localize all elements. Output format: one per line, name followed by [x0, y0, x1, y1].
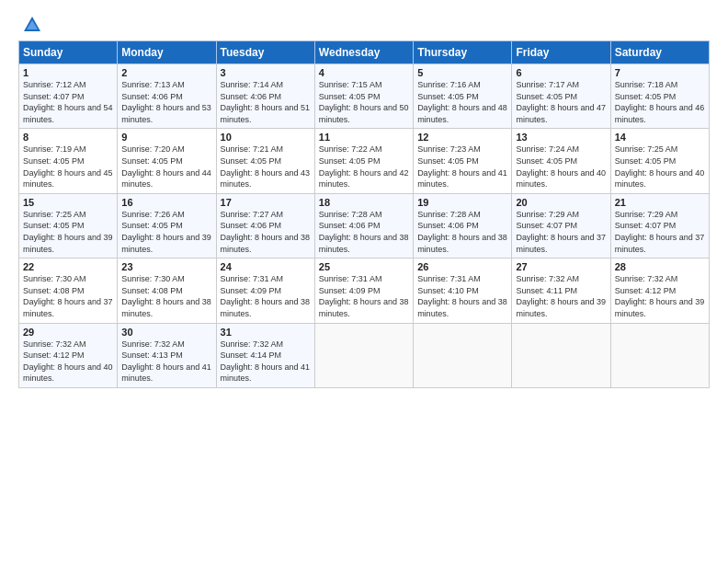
- calendar-cell: 26 Sunrise: 7:31 AMSunset: 4:10 PMDaylig…: [414, 259, 512, 323]
- calendar-cell: 24 Sunrise: 7:31 AMSunset: 4:09 PMDaylig…: [216, 259, 314, 323]
- calendar-cell: 4 Sunrise: 7:15 AMSunset: 4:05 PMDayligh…: [314, 64, 413, 129]
- day-number: 22: [23, 261, 113, 272]
- calendar-header-thursday: Thursday: [414, 41, 512, 64]
- header: [18, 15, 710, 31]
- day-number: 12: [417, 132, 507, 143]
- calendar-header-friday: Friday: [512, 41, 610, 64]
- day-detail: Sunrise: 7:29 AMSunset: 4:07 PMDaylight:…: [516, 210, 606, 254]
- day-number: 31: [221, 327, 311, 338]
- day-detail: Sunrise: 7:25 AMSunset: 4:05 PMDaylight:…: [615, 144, 705, 189]
- calendar-header-monday: Monday: [118, 41, 216, 64]
- day-number: 16: [121, 197, 211, 208]
- day-number: 1: [23, 67, 113, 78]
- calendar-cell: 3 Sunrise: 7:14 AMSunset: 4:06 PMDayligh…: [216, 64, 314, 129]
- day-number: 18: [319, 197, 409, 208]
- day-number: 2: [121, 67, 211, 78]
- page: SundayMondayTuesdayWednesdayThursdayFrid…: [0, 0, 728, 563]
- calendar-table: SundayMondayTuesdayWednesdayThursdayFrid…: [18, 40, 710, 388]
- day-detail: Sunrise: 7:28 AMSunset: 4:06 PMDaylight:…: [319, 210, 409, 254]
- calendar-cell: 17 Sunrise: 7:27 AMSunset: 4:06 PMDaylig…: [216, 193, 314, 258]
- calendar-header-wednesday: Wednesday: [314, 41, 413, 64]
- day-detail: Sunrise: 7:16 AMSunset: 4:05 PMDaylight:…: [417, 80, 507, 124]
- day-number: 7: [615, 67, 705, 78]
- day-detail: Sunrise: 7:28 AMSunset: 4:06 PMDaylight:…: [417, 210, 507, 254]
- day-number: 8: [23, 132, 113, 143]
- day-number: 9: [121, 132, 211, 143]
- day-detail: Sunrise: 7:27 AMSunset: 4:06 PMDaylight:…: [221, 210, 311, 254]
- calendar-cell: 2 Sunrise: 7:13 AMSunset: 4:06 PMDayligh…: [118, 64, 216, 129]
- calendar-cell: 11 Sunrise: 7:22 AMSunset: 4:05 PMDaylig…: [314, 129, 413, 193]
- calendar-cell: 16 Sunrise: 7:26 AMSunset: 4:05 PMDaylig…: [118, 193, 216, 258]
- calendar-header-tuesday: Tuesday: [216, 41, 314, 64]
- day-number: 28: [615, 261, 705, 272]
- day-detail: Sunrise: 7:23 AMSunset: 4:05 PMDaylight:…: [417, 144, 507, 189]
- day-number: 26: [417, 261, 507, 272]
- calendar-week-1: 1 Sunrise: 7:12 AMSunset: 4:07 PMDayligh…: [19, 64, 710, 129]
- calendar-header-saturday: Saturday: [610, 41, 709, 64]
- logo-text: [18, 15, 42, 35]
- calendar-header-row: SundayMondayTuesdayWednesdayThursdayFrid…: [19, 41, 710, 64]
- day-detail: Sunrise: 7:19 AMSunset: 4:05 PMDaylight:…: [23, 144, 113, 189]
- calendar-cell: 25 Sunrise: 7:31 AMSunset: 4:09 PMDaylig…: [314, 259, 413, 323]
- calendar-cell: 10 Sunrise: 7:21 AMSunset: 4:05 PMDaylig…: [216, 129, 314, 193]
- day-detail: Sunrise: 7:31 AMSunset: 4:09 PMDaylight:…: [319, 274, 409, 318]
- day-detail: Sunrise: 7:21 AMSunset: 4:05 PMDaylight:…: [221, 144, 311, 189]
- calendar-cell: 5 Sunrise: 7:16 AMSunset: 4:05 PMDayligh…: [414, 64, 512, 129]
- day-detail: Sunrise: 7:15 AMSunset: 4:05 PMDaylight:…: [319, 80, 409, 124]
- day-detail: Sunrise: 7:25 AMSunset: 4:05 PMDaylight:…: [23, 210, 113, 254]
- calendar-cell: 19 Sunrise: 7:28 AMSunset: 4:06 PMDaylig…: [414, 193, 512, 258]
- day-number: 5: [417, 67, 507, 78]
- day-detail: Sunrise: 7:20 AMSunset: 4:05 PMDaylight:…: [121, 144, 211, 189]
- day-number: 13: [516, 132, 606, 143]
- day-detail: Sunrise: 7:13 AMSunset: 4:06 PMDaylight:…: [121, 80, 211, 124]
- day-number: 24: [221, 261, 311, 272]
- day-number: 23: [121, 261, 211, 272]
- calendar-cell: 30 Sunrise: 7:32 AMSunset: 4:13 PMDaylig…: [118, 323, 216, 387]
- day-detail: Sunrise: 7:32 AMSunset: 4:14 PMDaylight:…: [221, 339, 311, 384]
- logo-icon: [22, 15, 42, 35]
- calendar-week-5: 29 Sunrise: 7:32 AMSunset: 4:12 PMDaylig…: [19, 323, 710, 387]
- day-number: 17: [221, 197, 311, 208]
- day-number: 25: [319, 261, 409, 272]
- calendar-header-sunday: Sunday: [19, 41, 118, 64]
- calendar-cell: 6 Sunrise: 7:17 AMSunset: 4:05 PMDayligh…: [512, 64, 610, 129]
- calendar-cell: 22 Sunrise: 7:30 AMSunset: 4:08 PMDaylig…: [19, 259, 118, 323]
- day-number: 10: [221, 132, 311, 143]
- calendar-cell: 23 Sunrise: 7:30 AMSunset: 4:08 PMDaylig…: [118, 259, 216, 323]
- day-number: 11: [319, 132, 409, 143]
- calendar-cell: 1 Sunrise: 7:12 AMSunset: 4:07 PMDayligh…: [19, 64, 118, 129]
- calendar-cell: 9 Sunrise: 7:20 AMSunset: 4:05 PMDayligh…: [118, 129, 216, 193]
- calendar-cell: 8 Sunrise: 7:19 AMSunset: 4:05 PMDayligh…: [19, 129, 118, 193]
- day-number: 14: [615, 132, 705, 143]
- day-number: 27: [516, 261, 606, 272]
- day-detail: Sunrise: 7:32 AMSunset: 4:12 PMDaylight:…: [23, 339, 113, 384]
- day-detail: Sunrise: 7:32 AMSunset: 4:13 PMDaylight:…: [121, 339, 211, 384]
- day-detail: Sunrise: 7:14 AMSunset: 4:06 PMDaylight:…: [221, 80, 311, 124]
- calendar-cell: 18 Sunrise: 7:28 AMSunset: 4:06 PMDaylig…: [314, 193, 413, 258]
- calendar-cell: [314, 323, 413, 387]
- day-detail: Sunrise: 7:29 AMSunset: 4:07 PMDaylight:…: [615, 210, 705, 254]
- day-detail: Sunrise: 7:12 AMSunset: 4:07 PMDaylight:…: [23, 80, 113, 124]
- day-number: 15: [23, 197, 113, 208]
- calendar-cell: [512, 323, 610, 387]
- day-number: 6: [516, 67, 606, 78]
- day-number: 19: [417, 197, 507, 208]
- calendar-cell: [414, 323, 512, 387]
- day-number: 4: [319, 67, 409, 78]
- calendar-cell: 15 Sunrise: 7:25 AMSunset: 4:05 PMDaylig…: [19, 193, 118, 258]
- calendar-cell: 20 Sunrise: 7:29 AMSunset: 4:07 PMDaylig…: [512, 193, 610, 258]
- day-number: 21: [615, 197, 705, 208]
- calendar-cell: 31 Sunrise: 7:32 AMSunset: 4:14 PMDaylig…: [216, 323, 314, 387]
- day-number: 20: [516, 197, 606, 208]
- day-detail: Sunrise: 7:26 AMSunset: 4:05 PMDaylight:…: [121, 210, 211, 254]
- day-detail: Sunrise: 7:32 AMSunset: 4:11 PMDaylight:…: [516, 274, 606, 318]
- calendar-cell: 7 Sunrise: 7:18 AMSunset: 4:05 PMDayligh…: [610, 64, 709, 129]
- calendar-body: 1 Sunrise: 7:12 AMSunset: 4:07 PMDayligh…: [19, 64, 710, 388]
- calendar-cell: 14 Sunrise: 7:25 AMSunset: 4:05 PMDaylig…: [610, 129, 709, 193]
- calendar-cell: 12 Sunrise: 7:23 AMSunset: 4:05 PMDaylig…: [414, 129, 512, 193]
- day-detail: Sunrise: 7:32 AMSunset: 4:12 PMDaylight:…: [615, 274, 705, 318]
- calendar-week-4: 22 Sunrise: 7:30 AMSunset: 4:08 PMDaylig…: [19, 259, 710, 323]
- day-detail: Sunrise: 7:22 AMSunset: 4:05 PMDaylight:…: [319, 144, 409, 189]
- day-number: 29: [23, 327, 113, 338]
- day-detail: Sunrise: 7:24 AMSunset: 4:05 PMDaylight:…: [516, 144, 606, 189]
